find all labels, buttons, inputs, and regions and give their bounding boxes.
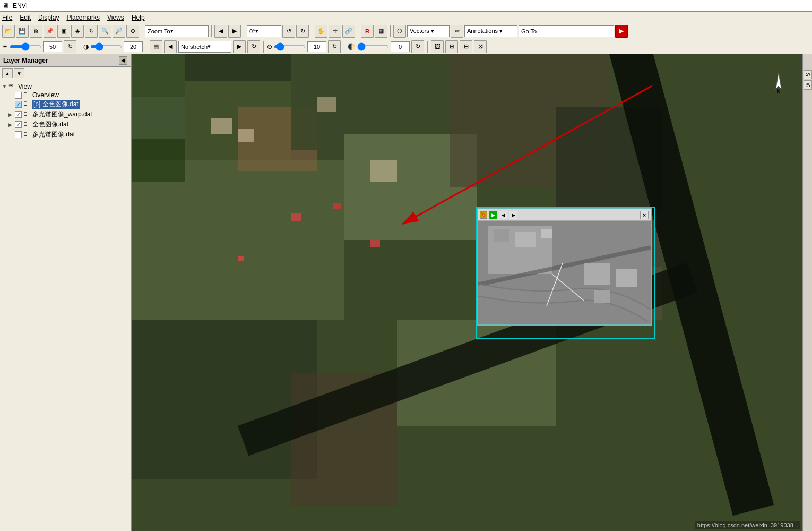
opacity-slider-container[interactable] [357,45,389,48]
north-arrow: N [771,70,787,91]
display-button[interactable]: ▦ [375,25,387,38]
preview-next-button[interactable]: ▶ [509,211,517,219]
opacity-icon: 🌓 [348,43,356,50]
menu-file[interactable]: File [2,14,12,21]
stretch-next-button[interactable]: ▶ [233,40,246,53]
hand-tool-button[interactable]: ✋ [315,25,327,38]
opacity-input[interactable] [391,41,410,52]
preview-window: 🔖 ▶ ◀ ▶ × [477,208,652,326]
toolbar2: ☀ ↻ ◑ ▤ ◀ No stretch▾ ▶ ↻ ⊙ ↻ 🌓 ↻ 🖼 ⊞ ⊟ … [0,39,812,54]
stretch-reset-button[interactable]: ↻ [247,40,260,53]
sep-t2-5 [427,41,428,53]
link-button[interactable]: 🔗 [342,25,355,38]
brightness-input[interactable] [43,41,62,52]
zoom-to-dropdown[interactable]: Zoom To▾ [145,25,209,37]
menu-placemarks[interactable]: Placemarks [66,14,100,21]
layer-duoguangwarp-checkbox[interactable] [15,111,22,118]
save-button[interactable]: 💾 [16,25,29,38]
contrast-slider[interactable] [90,45,122,48]
layer-quansetp-checkbox[interactable] [15,101,22,108]
contrast-input[interactable] [124,41,143,52]
roi-button[interactable]: ◈ [71,25,84,38]
brightness-reset-button[interactable]: ↻ [64,40,76,53]
brightness-slider-container[interactable] [10,45,41,48]
expand-icon-duoguangwarp: ▶ [8,112,15,117]
new-button[interactable]: 🗎 [30,25,42,38]
layer-duoguang-item[interactable]: 🗒 多光谱图像.dat [1,130,129,140]
expand-icon: ▼ [2,84,8,89]
layer-nav-up[interactable]: ▲ [2,68,13,78]
display-btn3[interactable]: ⊟ [460,40,472,53]
vectors-dropdown[interactable]: Vectors ▾ [407,25,450,37]
zoom-in-button[interactable]: 🔍 [99,25,111,38]
svg-rect-3 [132,160,344,320]
menu-help[interactable]: Help [132,14,145,21]
opacity-slider[interactable] [357,45,389,48]
crosshair-button[interactable]: ✛ [329,25,341,38]
right-panel-btn2[interactable]: /6 [804,80,812,90]
watermark: https://blog.csdn.net/weixin_3919038... [695,521,800,529]
rotation-dropdown[interactable]: 0°▾ [247,25,281,37]
layer-duoguang-checkbox[interactable] [15,131,22,138]
svg-rect-30 [541,229,552,238]
quanse-label: 全色图像.dat [32,120,68,129]
sharpen-reset-button[interactable]: ↻ [328,40,341,53]
layer-duoguangwarp-item[interactable]: ▶ 🗒 多光谱图像_warp.dat [1,109,129,119]
svg-rect-28 [494,229,509,242]
preview-titlebar: 🔖 ▶ ◀ ▶ × [478,209,651,221]
display-btn2[interactable]: ⊞ [445,40,458,53]
right-panel-btn1[interactable]: S [804,70,812,79]
pan-prev-button[interactable]: ◀ [214,25,227,38]
sharpen-input[interactable] [307,41,326,52]
contrast-icon: ◑ [83,43,89,50]
menu-edit[interactable]: Edit [20,14,31,21]
duoguangwarp-icon: 🗒 [23,111,31,118]
goto-dropdown[interactable]: Go To [519,25,614,37]
annotations-dropdown[interactable]: Annotations ▾ [464,25,517,37]
preview-prev-button[interactable]: ◀ [499,211,507,219]
refresh-button[interactable]: ↻ [85,25,98,38]
stretch-prev-button[interactable]: ◀ [164,40,177,53]
duoguang-icon: 🗒 [23,131,31,139]
layer-quanse-item[interactable]: ▶ 🗒 全色图像.dat [1,119,129,130]
menu-display[interactable]: Display [38,14,59,21]
layer-nav-down[interactable]: ▼ [14,68,24,78]
opacity-reset-button[interactable]: ↻ [411,40,424,53]
stretch-icon: ▤ [150,40,162,53]
roi-tool-button[interactable]: R [361,25,374,38]
sharpen-slider[interactable] [274,45,306,48]
map-area[interactable]: 🔖 ▶ ◀ ▶ × [132,54,802,531]
layer-manager-header-buttons: ◀ [119,56,127,65]
svg-text:N: N [776,89,780,94]
sharpen-slider-container[interactable] [274,45,306,48]
layer-overview-checkbox[interactable] [15,92,22,99]
stretch-dropdown[interactable]: No stretch▾ [178,41,231,53]
view-icon: 👁 [8,83,17,90]
zoom-fit-button[interactable]: ⊕ [126,25,139,38]
svg-rect-20 [333,203,341,209]
display-btn4[interactable]: ⊠ [474,40,487,53]
layer-quanse-checkbox[interactable] [15,121,22,128]
rotate-left-button[interactable]: ↺ [282,25,295,38]
layer-quansetp-item[interactable]: 🗒 [p] 全色图像.dat [1,99,129,109]
menu-views[interactable]: Views [107,14,124,21]
goto-execute-button[interactable]: ▶ [615,25,628,38]
brightness-slider[interactable] [10,45,41,48]
layer-overview-item[interactable]: 🗒 Overview [1,91,129,99]
zoom-out-button[interactable]: 🔎 [113,25,125,38]
overview-icon: 🗒 [23,91,31,99]
select-button[interactable]: ▣ [57,25,70,38]
pin-button[interactable]: 📌 [44,25,56,38]
pan-next-button[interactable]: ▶ [228,25,241,38]
preview-play-button[interactable]: ▶ [489,211,497,219]
layer-view-item[interactable]: ▼ 👁 View [1,82,129,91]
preview-close-button[interactable]: × [640,211,649,219]
rotate-right-button[interactable]: ↻ [296,25,309,38]
satellite-image [132,54,802,531]
open-button[interactable]: 📂 [2,25,15,38]
contrast-slider-container[interactable] [90,45,122,48]
display-btn1[interactable]: 🖼 [431,40,444,53]
separator5 [358,25,358,37]
layer-manager-collapse-button[interactable]: ◀ [119,56,127,65]
svg-rect-16 [238,129,254,142]
